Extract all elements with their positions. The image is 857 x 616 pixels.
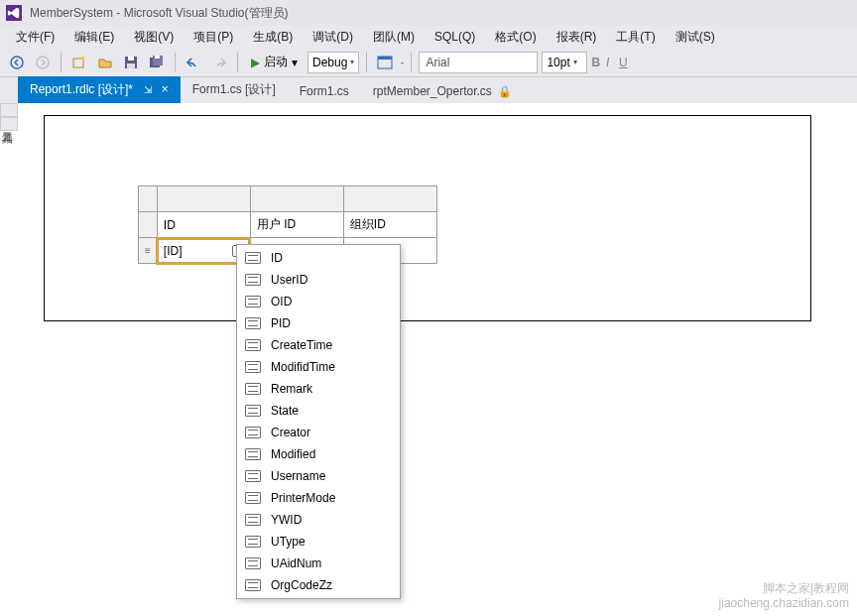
svg-rect-4 bbox=[128, 57, 134, 61]
header-cell[interactable]: ID bbox=[157, 212, 250, 238]
menu-file[interactable]: 文件(F) bbox=[6, 27, 64, 48]
field-icon bbox=[245, 317, 261, 329]
field-item[interactable]: YWID bbox=[237, 509, 400, 531]
column-handle[interactable] bbox=[250, 186, 343, 212]
column-handle[interactable] bbox=[343, 186, 436, 212]
header-cell[interactable]: 组织ID bbox=[343, 212, 436, 238]
svg-rect-5 bbox=[127, 63, 135, 68]
field-icon bbox=[245, 252, 261, 264]
toolbox-tab[interactable]: 工具箱 bbox=[0, 117, 18, 131]
field-label: ModifidTime bbox=[271, 360, 335, 374]
menu-build[interactable]: 生成(B) bbox=[243, 27, 303, 48]
field-item[interactable]: Creator bbox=[237, 422, 400, 443]
field-label: UserID bbox=[271, 273, 307, 287]
menu-debug[interactable]: 调试(D) bbox=[303, 27, 363, 48]
separator bbox=[411, 53, 412, 72]
field-item[interactable]: State bbox=[237, 400, 400, 422]
menu-report[interactable]: 报表(R) bbox=[547, 27, 607, 48]
field-label: UAidNum bbox=[271, 556, 321, 570]
watermark: 脚本之家|教程网 jiaocheng.chazidian.com bbox=[719, 581, 849, 610]
field-icon bbox=[245, 427, 261, 438]
menu-edit[interactable]: 编辑(E) bbox=[64, 27, 124, 48]
row-handle[interactable] bbox=[139, 212, 158, 238]
tab-label: Form1.cs [设计] bbox=[192, 82, 276, 96]
play-icon: ▶ bbox=[251, 56, 260, 69]
field-item[interactable]: Modified bbox=[237, 443, 400, 465]
svg-point-1 bbox=[37, 57, 49, 68]
field-icon bbox=[245, 492, 261, 504]
chevron-down-icon: ▾ bbox=[350, 58, 354, 66]
field-item[interactable]: Username bbox=[237, 465, 400, 487]
tablix-corner[interactable] bbox=[139, 186, 158, 212]
menu-format[interactable]: 格式(O) bbox=[485, 27, 546, 48]
vs-logo-icon bbox=[6, 5, 22, 21]
nav-back-icon[interactable] bbox=[6, 52, 28, 73]
save-icon[interactable] bbox=[120, 52, 142, 73]
row-handle[interactable]: ≡ bbox=[139, 238, 158, 264]
field-label: PrinterMode bbox=[271, 491, 335, 505]
field-item[interactable]: UType bbox=[237, 531, 400, 553]
field-label: CreateTime bbox=[271, 338, 332, 352]
menu-test[interactable]: 测试(S) bbox=[666, 27, 725, 48]
field-item[interactable]: ID bbox=[237, 247, 400, 269]
browser-icon[interactable] bbox=[374, 52, 396, 73]
nav-fwd-icon[interactable] bbox=[32, 52, 54, 73]
field-label: Username bbox=[271, 469, 325, 483]
italic-button[interactable]: I bbox=[606, 56, 609, 69]
document-tabs: Report1.rdlc [设计]* ⇲ × Form1.cs [设计] For… bbox=[0, 77, 857, 103]
header-cell[interactable]: 用户 ID bbox=[250, 212, 343, 238]
svg-rect-2 bbox=[73, 59, 83, 67]
underline-button[interactable]: U bbox=[613, 52, 633, 73]
menubar: 文件(F) 编辑(E) 视图(V) 项目(P) 生成(B) 调试(D) 团队(M… bbox=[0, 26, 857, 48]
field-icon bbox=[245, 361, 261, 373]
field-item[interactable]: PrinterMode bbox=[237, 487, 400, 509]
chevron-down-icon: ▾ bbox=[292, 56, 298, 69]
tab-label: Form1.cs bbox=[300, 84, 349, 98]
redo-icon[interactable] bbox=[208, 52, 230, 73]
menu-project[interactable]: 项目(P) bbox=[184, 27, 243, 48]
titlebar: MemberSystem - Microsoft Visual Studio(管… bbox=[0, 0, 857, 26]
field-icon bbox=[245, 448, 261, 460]
tab-report1[interactable]: Report1.rdlc [设计]* ⇲ × bbox=[18, 76, 181, 103]
svg-point-0 bbox=[11, 57, 23, 68]
new-project-icon[interactable] bbox=[68, 52, 90, 73]
menu-team[interactable]: 团队(M) bbox=[363, 27, 425, 48]
field-item[interactable]: Remark bbox=[237, 378, 400, 400]
menu-view[interactable]: 视图(V) bbox=[124, 27, 184, 48]
column-handle[interactable] bbox=[157, 186, 250, 212]
config-value: Debug bbox=[312, 56, 347, 69]
pin-icon[interactable]: ⇲ bbox=[144, 84, 152, 95]
field-item[interactable]: ModifidTime bbox=[237, 356, 400, 378]
bold-button[interactable]: B bbox=[591, 56, 600, 69]
start-label: 启动 bbox=[264, 54, 288, 70]
field-item[interactable]: UAidNum bbox=[237, 553, 400, 574]
tab-form1-cs[interactable]: Form1.cs bbox=[288, 79, 361, 103]
tab-rptmember[interactable]: rptMember_Opertor.cs🔒 bbox=[361, 79, 524, 103]
font-size-combo[interactable]: 10pt▾ bbox=[542, 52, 587, 73]
separator bbox=[61, 53, 61, 72]
field-item[interactable]: UserID bbox=[237, 269, 400, 291]
field-item[interactable]: PID bbox=[237, 312, 400, 334]
field-item[interactable]: OrgCodeZz bbox=[237, 574, 400, 596]
tab-label: Report1.rdlc [设计]* bbox=[30, 82, 133, 96]
field-icon bbox=[245, 557, 261, 569]
tab-form1-design[interactable]: Form1.cs [设计] bbox=[181, 76, 288, 103]
font-family-value: Arial bbox=[426, 56, 449, 69]
menu-tools[interactable]: 工具(T) bbox=[606, 27, 665, 48]
menu-sql[interactable]: SQL(Q) bbox=[425, 28, 485, 46]
field-item[interactable]: OID bbox=[237, 291, 400, 312]
undo-icon[interactable] bbox=[183, 52, 204, 73]
field-icon bbox=[245, 274, 261, 286]
config-dropdown[interactable]: Debug▾ bbox=[307, 52, 359, 73]
field-label: OrgCodeZz bbox=[271, 578, 332, 592]
toolbar: ▶启动▾ Debug▾ - Arial 10pt▾ B I U bbox=[0, 48, 857, 77]
field-item[interactable]: CreateTime bbox=[237, 334, 400, 356]
separator bbox=[175, 53, 176, 72]
svg-rect-10 bbox=[378, 57, 392, 60]
close-icon[interactable]: × bbox=[162, 82, 169, 96]
font-family-combo[interactable]: Arial bbox=[419, 52, 538, 73]
open-icon[interactable] bbox=[94, 52, 116, 73]
start-button[interactable]: ▶启动▾ bbox=[245, 54, 304, 70]
save-all-icon[interactable] bbox=[146, 52, 168, 73]
datasource-tab[interactable]: 数据源 bbox=[0, 103, 18, 117]
